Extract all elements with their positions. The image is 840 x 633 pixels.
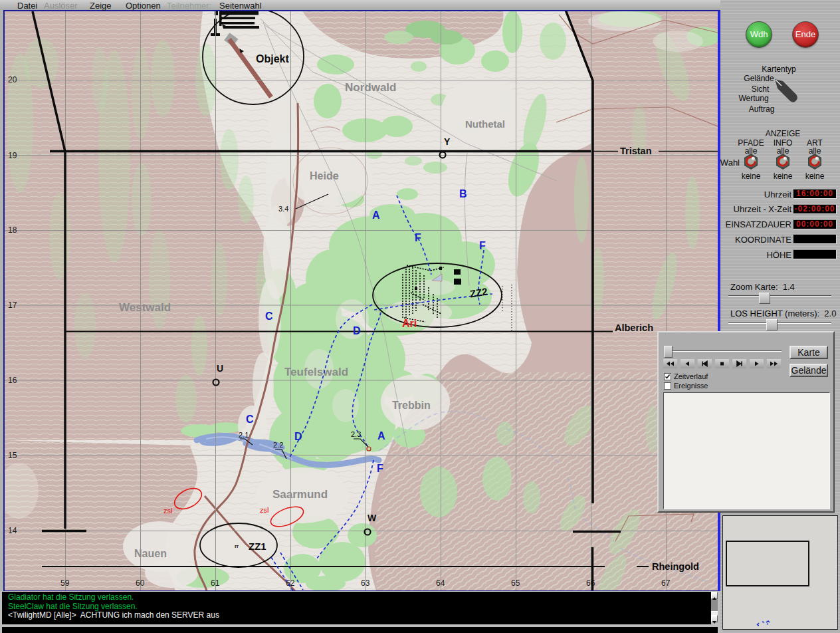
- svg-text:66: 66: [586, 578, 595, 588]
- svg-text:Y: Y: [444, 136, 451, 147]
- svg-text:16: 16: [8, 376, 17, 385]
- svg-text:3.4: 3.4: [278, 205, 288, 213]
- svg-text:B: B: [459, 188, 467, 199]
- svg-text:D: D: [353, 325, 361, 336]
- svg-text:A: A: [372, 209, 380, 221]
- svg-text:17: 17: [8, 301, 17, 310]
- svg-text:C: C: [265, 311, 273, 322]
- svg-text:18: 18: [8, 225, 17, 235]
- svg-text:A: A: [377, 430, 385, 442]
- svg-text:Alberich: Alberich: [615, 322, 653, 333]
- svg-text:19: 19: [8, 151, 17, 160]
- svg-text:zsl: zsl: [260, 506, 268, 514]
- svg-text:F: F: [479, 240, 486, 251]
- svg-text:Tristan: Tristan: [620, 146, 652, 156]
- svg-text:62: 62: [286, 578, 295, 588]
- svg-text:C: C: [246, 414, 254, 425]
- svg-text:rr: rr: [235, 543, 239, 549]
- svg-text:Rheingold: Rheingold: [652, 561, 699, 572]
- svg-text:Teufelswald: Teufelswald: [284, 366, 348, 378]
- svg-text:F: F: [377, 463, 383, 474]
- svg-text:2.2: 2.2: [273, 441, 283, 449]
- svg-text:2.1: 2.1: [239, 431, 249, 439]
- svg-text:2.3: 2.3: [351, 430, 361, 438]
- svg-text:Objekt: Objekt: [256, 53, 289, 64]
- svg-text:14: 14: [8, 526, 17, 535]
- svg-text:20: 20: [8, 75, 17, 84]
- svg-text:59: 59: [60, 578, 70, 588]
- svg-text:64: 64: [436, 578, 445, 588]
- svg-text:60: 60: [136, 578, 145, 588]
- svg-text:Saarmund: Saarmund: [272, 488, 328, 501]
- svg-text:zsl: zsl: [163, 507, 172, 515]
- svg-text:Heide: Heide: [310, 170, 339, 182]
- svg-text:Nauen: Nauen: [134, 548, 167, 559]
- svg-text:Westwald: Westwald: [119, 301, 171, 314]
- svg-text:W: W: [368, 513, 377, 523]
- svg-text:67: 67: [661, 578, 671, 588]
- svg-text:Trebbin: Trebbin: [392, 400, 431, 411]
- svg-text:Nordwald: Nordwald: [345, 81, 396, 94]
- svg-text:U: U: [217, 363, 223, 374]
- svg-text:Ari: Ari: [402, 318, 417, 329]
- svg-text:F: F: [415, 232, 421, 243]
- svg-text:61: 61: [211, 578, 220, 588]
- svg-text:ZZ1: ZZ1: [249, 541, 266, 552]
- svg-text:15: 15: [8, 451, 17, 460]
- svg-text:65: 65: [511, 578, 520, 588]
- svg-text:D: D: [294, 431, 302, 442]
- svg-text:Nuthetal: Nuthetal: [465, 118, 505, 130]
- svg-text:63: 63: [361, 578, 370, 588]
